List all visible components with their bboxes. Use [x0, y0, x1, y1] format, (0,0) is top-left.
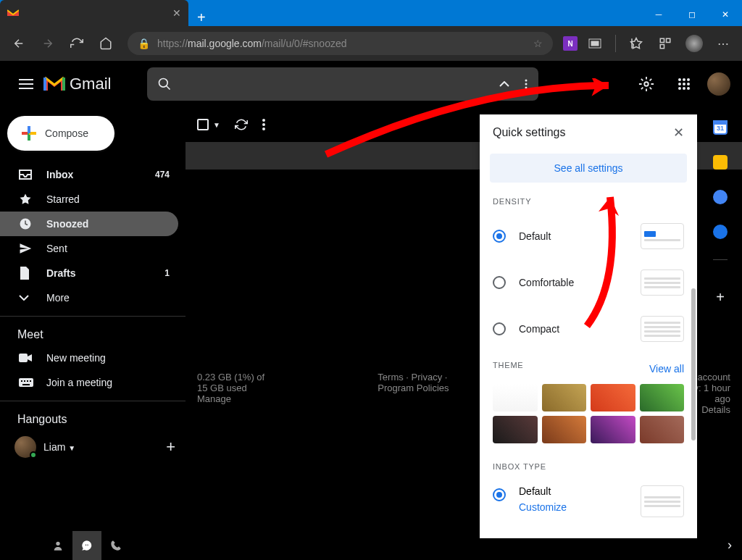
svg-point-36: [56, 542, 59, 546]
svg-point-16: [683, 78, 685, 81]
gmail-logo[interactable]: Gmail: [43, 75, 111, 93]
back-button[interactable]: [6, 30, 32, 57]
lock-icon: 🔒: [138, 38, 150, 49]
settings-button[interactable]: [632, 70, 661, 99]
refresh-mail-button[interactable]: [235, 118, 248, 131]
onenote-extension-icon[interactable]: N: [563, 36, 578, 51]
radio-icon: [493, 322, 506, 335]
favorites-button[interactable]: [623, 30, 649, 57]
svg-point-35: [262, 128, 265, 130]
customize-link[interactable]: Customize: [519, 501, 567, 513]
terms-link[interactable]: Terms: [378, 372, 403, 383]
new-meeting-button[interactable]: New meeting: [0, 346, 186, 370]
sidebar-item-snoozed[interactable]: Snoozed: [0, 212, 178, 236]
address-bar[interactable]: 🔒 https://mail.google.com/mail/u/0/#snoo…: [128, 32, 553, 55]
compose-button[interactable]: Compose: [7, 116, 114, 151]
home-button[interactable]: [93, 30, 119, 57]
density-default-option[interactable]: Default: [493, 213, 684, 259]
svg-point-13: [525, 87, 528, 89]
add-addon-button[interactable]: +: [716, 289, 725, 306]
svg-rect-3: [660, 38, 664, 42]
browser-tab[interactable]: ✕: [0, 0, 188, 26]
privacy-link[interactable]: Privacy: [412, 372, 443, 383]
theme-thumbnail[interactable]: [542, 384, 587, 411]
close-button[interactable]: ✕: [709, 3, 742, 26]
search-bar[interactable]: [147, 67, 538, 101]
chevron-down-icon: [19, 295, 33, 301]
svg-rect-32: [22, 384, 30, 385]
favorite-icon[interactable]: ☆: [533, 38, 543, 49]
svg-rect-30: [27, 380, 28, 382]
density-label: DENSITY: [493, 197, 684, 206]
new-tab-button[interactable]: +: [188, 9, 214, 26]
compose-label: Compose: [45, 128, 88, 139]
minimize-button[interactable]: ─: [642, 3, 675, 26]
apps-button[interactable]: [670, 70, 699, 99]
sidebar-item-drafts[interactable]: Drafts 1: [0, 261, 178, 285]
add-hangout-button[interactable]: +: [166, 438, 175, 456]
gmail-header: Gmail: [0, 61, 742, 107]
select-all-checkbox[interactable]: ▼: [197, 119, 220, 130]
search-collapse-icon[interactable]: [499, 81, 509, 87]
phone-tab[interactable]: [101, 531, 130, 560]
sidebar: Compose Inbox 474 Starred Snoozed Sent D…: [0, 107, 186, 560]
view-all-themes-link[interactable]: View all: [649, 363, 684, 375]
tasks-icon[interactable]: [713, 190, 728, 204]
see-all-settings-button[interactable]: See all settings: [490, 154, 687, 183]
density-compact-option[interactable]: Compact: [493, 306, 684, 352]
forward-button[interactable]: [35, 30, 61, 57]
svg-rect-4: [667, 38, 670, 42]
account-avatar[interactable]: [707, 72, 730, 96]
side-panel-toggle[interactable]: ›: [728, 538, 732, 553]
sidebar-item-more[interactable]: More: [0, 285, 178, 310]
theme-thumbnail[interactable]: [493, 416, 538, 443]
window-titlebar: ✕ + ─ ◻ ✕: [0, 0, 742, 26]
theme-thumbnail[interactable]: [640, 384, 685, 411]
svg-rect-26: [19, 354, 28, 362]
sidebar-item-starred[interactable]: Starred: [0, 187, 178, 212]
collections-button[interactable]: [652, 30, 678, 57]
search-options-icon[interactable]: [524, 79, 528, 89]
join-meeting-button[interactable]: Join a meeting: [0, 370, 186, 395]
inbox-type-label: INBOX TYPE: [493, 462, 684, 471]
svg-point-19: [683, 83, 685, 85]
density-comfortable-option[interactable]: Comfortable: [493, 259, 684, 306]
hangouts-tab[interactable]: [72, 531, 101, 560]
more-mail-button[interactable]: [262, 119, 265, 130]
manage-storage-link[interactable]: Manage: [197, 393, 369, 404]
density-preview: [641, 316, 684, 342]
more-button[interactable]: ⋯: [710, 30, 736, 57]
refresh-button[interactable]: [64, 30, 90, 57]
main-menu-button[interactable]: [12, 70, 41, 99]
hangouts-user-row[interactable]: Liam ▼ +: [0, 430, 186, 464]
inbox-type-default[interactable]: Default Customize: [493, 478, 684, 525]
svg-line-10: [167, 86, 170, 90]
contacts-icon[interactable]: [713, 225, 728, 239]
theme-label: THEME: [493, 361, 524, 369]
star-icon: [19, 193, 33, 206]
close-settings-button[interactable]: ✕: [673, 125, 684, 141]
search-icon: [157, 77, 172, 91]
inbox-preview: [641, 485, 684, 517]
svg-rect-31: [30, 380, 31, 382]
theme-thumbnail[interactable]: [640, 416, 685, 443]
maximize-button[interactable]: ◻: [675, 3, 709, 26]
tab-close-icon[interactable]: ✕: [172, 7, 181, 19]
contacts-tab[interactable]: [43, 531, 72, 560]
keep-icon[interactable]: [713, 155, 728, 170]
extension-icon[interactable]: [583, 32, 606, 55]
clock-icon: [19, 217, 33, 230]
hangouts-heading: Hangouts: [0, 409, 186, 430]
theme-thumbnail[interactable]: [591, 384, 635, 411]
file-icon: [19, 267, 33, 280]
sidebar-item-inbox[interactable]: Inbox 474: [0, 162, 178, 187]
presence-indicator: [30, 451, 37, 459]
scrollbar[interactable]: [691, 288, 696, 440]
calendar-icon[interactable]: 31: [713, 120, 728, 135]
theme-thumbnail[interactable]: [493, 384, 538, 411]
theme-thumbnail[interactable]: [591, 416, 635, 443]
profile-button[interactable]: [681, 30, 707, 57]
theme-thumbnail[interactable]: [542, 416, 587, 443]
chat-tabs: [43, 531, 130, 560]
sidebar-item-sent[interactable]: Sent: [0, 236, 178, 261]
